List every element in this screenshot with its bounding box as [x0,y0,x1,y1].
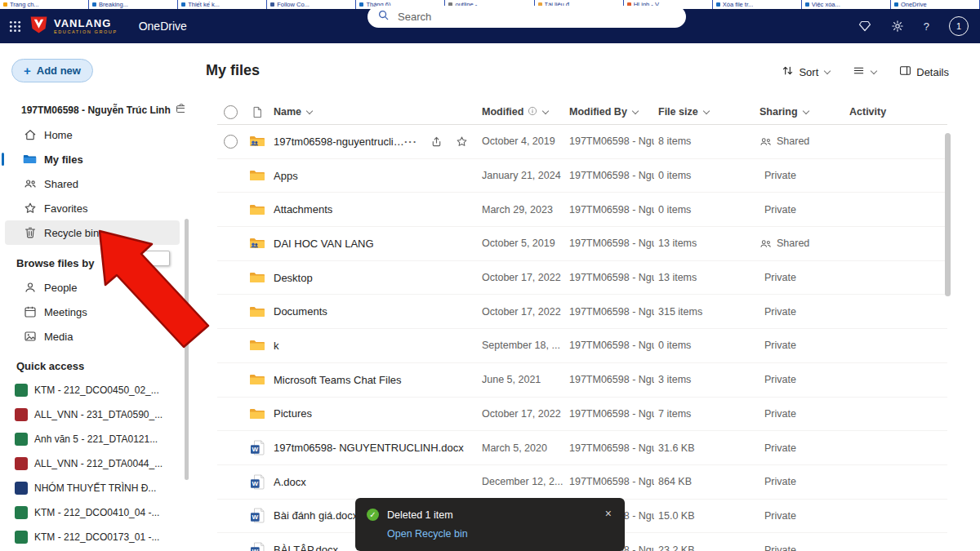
browser-tab[interactable]: Xóa file tr... [713,0,802,9]
toast-close-icon[interactable]: × [605,507,612,520]
table-row[interactable]: W 197tm06598- NGUYENTRUCLINH.docx ··· Ma… [217,431,947,465]
table-header: Name Modified Modified By File size Shar… [217,100,947,125]
browser-tab[interactable]: Follow Co... [267,0,356,9]
column-header-file-size[interactable]: File size [654,106,755,118]
quick-access-item[interactable]: KTM - 212_DCO0410_04 -... [0,500,186,525]
quick-access-item[interactable]: ALL_VNN - 212_DTA0044_... [0,451,186,476]
docx-icon: W [245,474,270,490]
file-size: 13 items [654,272,755,283]
file-name[interactable]: A.docx [274,476,306,488]
list-scrollbar-thumb[interactable] [945,133,951,296]
sharing-status[interactable]: Private [755,374,845,385]
sidebar-item-my-files[interactable]: My files [5,147,185,171]
file-name[interactable]: Attachments [274,203,332,216]
sharing-status[interactable]: Shared [755,238,845,250]
sharing-status[interactable]: Private [755,204,845,216]
table-row[interactable]: k ··· September 18, ... 197TM06598 - Ngu… [217,329,947,363]
view-options-button[interactable] [853,64,876,79]
modified-by: 197TM06598 - Ngu [565,306,654,318]
class-avatar [15,384,28,397]
column-header-name[interactable]: Name [270,106,478,118]
sharing-status[interactable]: Private [755,476,845,487]
table-row[interactable]: Pictures ··· October 17, 2022 197TM06598… [217,398,947,432]
add-new-button[interactable]: + Add new [11,59,93,82]
sharing-status[interactable]: Private [755,544,845,551]
file-name[interactable]: Desktop [274,272,313,284]
column-header-activity[interactable]: Activity [845,106,947,118]
table-row[interactable]: Documents ··· October 17, 2022 197TM0659… [217,295,947,329]
row-hover-actions: ··· [404,136,478,148]
svg-text:W: W [252,514,258,522]
more-actions-icon[interactable]: ··· [404,136,417,148]
app-name: OneDrive [139,20,187,33]
folder-icon [245,271,270,284]
chevron-down-icon [702,108,709,114]
share-icon[interactable] [430,136,443,148]
quick-access-item[interactable]: ALL_VNN - 231_DTA0590_... [0,402,186,427]
folder-icon [245,305,270,318]
sharing-status[interactable]: Private [755,510,845,522]
sidebar-item-home[interactable]: Home [5,122,185,147]
modified-date: October 5, 2019 [478,238,565,249]
sort-button[interactable]: Sort [782,64,830,79]
sharing-status[interactable]: Private [755,272,845,283]
sharing-status[interactable]: Private [755,306,845,318]
file-type-column-icon[interactable] [245,106,270,118]
table-row[interactable]: Attachments ··· March 29, 2023 197TM0659… [217,193,947,227]
premium-icon[interactable] [858,20,871,33]
file-name[interactable]: Pictures [274,407,312,420]
sharing-status[interactable]: Private [755,442,845,454]
browser-tab[interactable]: OneDrive [891,0,980,9]
sidebar-item-favorites[interactable]: Favorites [5,196,185,220]
column-header-modified-by[interactable]: Modified By [565,106,654,118]
table-row[interactable]: 197tm06598-nguyentruclinh ··· October 4,… [217,125,947,159]
account-name[interactable]: 197TM06598 - Nguyễn Trúc Linh [21,103,185,117]
file-name[interactable]: DAI HOC VAN LANG [274,238,374,250]
file-name[interactable]: Bài đánh giá.docx [274,509,358,522]
organization-icon [176,103,185,117]
file-name[interactable]: Apps [274,170,298,182]
table-row[interactable]: W A.docx ··· December 12, 2... 197TM0659… [217,465,947,500]
account-avatar[interactable]: 1 [949,16,969,36]
file-name[interactable]: 197tm06598- NGUYENTRUCLINH.docx [274,442,464,454]
search-input[interactable] [396,10,676,24]
settings-gear-icon[interactable] [891,20,904,33]
quick-access-item[interactable]: Anh văn 5 - 221_DTA0121... [0,427,186,451]
file-name[interactable]: 197tm06598-nguyentruclinh [274,136,404,148]
file-name[interactable]: Microsoft Teams Chat Files [274,374,402,386]
list-view-icon [853,64,865,79]
waffle-menu-icon[interactable] [8,20,22,33]
quick-access-item[interactable]: KTM - 212_DCO0173_01 -... [0,525,186,549]
table-row[interactable]: DAI HOC VAN LANG ··· October 5, 2019 197… [217,227,947,261]
browser-tab[interactable]: Thiết kế k... [178,0,267,9]
file-name[interactable]: k [274,340,279,352]
browser-tab[interactable]: Việc xóa... [802,0,891,9]
details-button[interactable]: Details [899,64,949,79]
file-name[interactable]: Documents [274,305,327,318]
table-row[interactable]: Microsoft Teams Chat Files ··· June 5, 2… [217,363,947,398]
table-row[interactable]: Apps ··· January 21, 2024 197TM06598 - N… [217,159,947,193]
search-bar[interactable] [368,6,686,28]
sharing-status[interactable]: Private [755,408,845,420]
modified-date: October 17, 2022 [478,306,565,318]
browser-tab[interactable]: Trang ch... [0,0,89,9]
row-checkbox[interactable] [224,135,238,149]
select-all-checkbox[interactable] [224,105,238,119]
modified-date: June 5, 2021 [478,374,565,385]
column-header-modified[interactable]: Modified [478,106,565,118]
table-row[interactable]: Desktop ··· October 17, 2022 197TM06598 … [217,261,947,295]
favorite-star-icon[interactable] [456,136,468,148]
quick-access-item[interactable]: KTM - 212_DCO0450_02_... [0,378,186,402]
open-recycle-bin-link[interactable]: Open Recycle bin [387,528,613,540]
brand-tagline: EDUCATION GROUP [54,30,118,35]
file-name[interactable]: BÀI TẬP.docx [274,544,338,551]
help-icon[interactable]: ? [924,20,929,33]
sharing-status[interactable]: Private [755,340,845,351]
quick-access-item[interactable]: NHÓM THUYẾT TRÌNH Đ... [0,476,186,500]
media-icon [23,330,37,343]
sharing-status[interactable]: Private [755,170,845,181]
browser-tab[interactable]: Breaking... [89,0,178,9]
column-header-sharing[interactable]: Sharing [755,106,845,118]
sidebar-item-shared[interactable]: Shared [5,171,185,196]
sharing-status[interactable]: Shared [755,136,845,148]
